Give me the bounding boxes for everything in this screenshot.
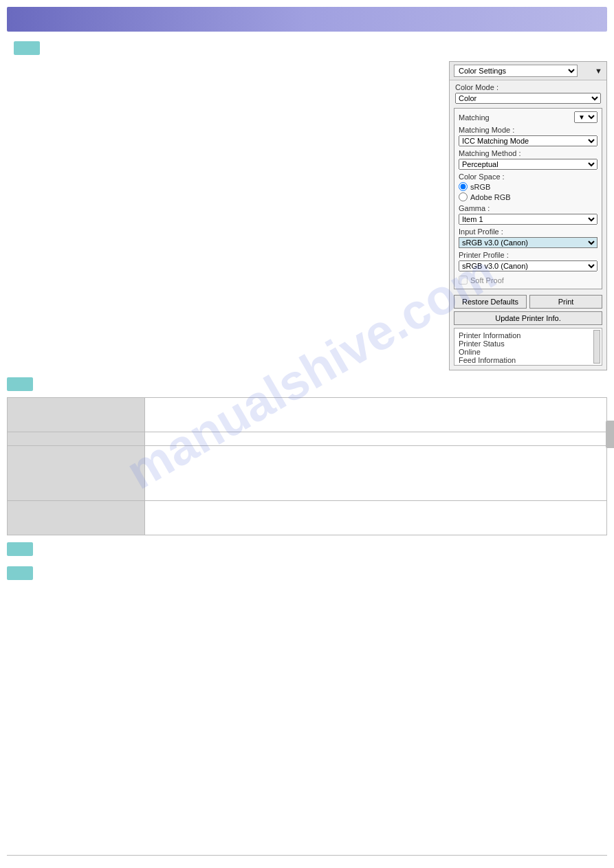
section-marker-2	[7, 377, 33, 391]
matching-mode-label: Matching Mode :	[459, 126, 597, 134]
printer-info-line-2: Printer Status	[459, 340, 597, 348]
table-row	[8, 501, 607, 535]
table-cell-content	[145, 398, 607, 432]
printer-info-line-3: Online	[459, 348, 597, 356]
panel-header-arrow: ▼	[595, 67, 602, 75]
right-edge-tab	[606, 421, 614, 448]
header-bar	[7, 7, 607, 32]
update-printer-button[interactable]: Update Printer Info.	[454, 311, 602, 325]
printer-info-line-1: Printer Information	[459, 331, 597, 340]
matching-mode-select[interactable]: ICC Matching Mode	[459, 135, 597, 146]
table-cell-content	[145, 446, 607, 501]
color-settings-select[interactable]: Color Settings	[454, 65, 578, 77]
matching-method-label: Matching Method :	[459, 149, 597, 157]
print-button[interactable]: Print	[529, 295, 602, 309]
main-content: Color Settings ▼ Color Mode : Color Matc…	[7, 61, 607, 370]
printer-info-box: Printer Information Printer Status Onlin…	[454, 328, 602, 366]
section-marker-4	[7, 566, 33, 580]
input-profile-select[interactable]: sRGB v3.0 (Canon)	[459, 237, 597, 248]
section-marker-1	[14, 41, 40, 55]
panel-header: Color Settings ▼	[450, 62, 606, 80]
printer-profile-label: Printer Profile :	[459, 251, 597, 259]
adobe-rgb-radio[interactable]	[459, 192, 468, 201]
input-profile-label: Input Profile :	[459, 227, 597, 236]
soft-proof-label: Soft Proof	[470, 276, 504, 285]
printer-info-line-4: Feed Information	[459, 356, 597, 364]
bottom-divider	[7, 855, 607, 856]
gamma-label: Gamma :	[459, 204, 597, 212]
srgb-radio[interactable]	[459, 182, 468, 191]
matching-method-select[interactable]: Perceptual	[459, 159, 597, 170]
gamma-select[interactable]: Item 1	[459, 214, 597, 225]
soft-proof-checkbox[interactable]	[459, 276, 468, 285]
matching-dropdown[interactable]: ▼	[574, 111, 597, 123]
adobe-rgb-radio-row: Adobe RGB	[459, 192, 597, 201]
color-mode-select[interactable]: Color	[455, 93, 601, 104]
section-marker-3	[7, 542, 33, 556]
table-cell-content	[145, 501, 607, 535]
color-mode-label: Color Mode :	[455, 83, 601, 91]
table-cell-header	[8, 432, 145, 446]
panel-buttons: Restore Defaults Print	[450, 292, 606, 311]
table-cell-header	[8, 398, 145, 432]
matching-label: Matching	[459, 113, 490, 122]
table-cell-header	[8, 446, 145, 501]
info-table	[7, 397, 607, 535]
color-settings-panel: Color Settings ▼ Color Mode : Color Matc…	[449, 61, 607, 370]
restore-defaults-button[interactable]: Restore Defaults	[454, 295, 527, 309]
table-row	[8, 446, 607, 501]
color-space-label: Color Space :	[459, 173, 597, 181]
printer-profile-select[interactable]: sRGB v3.0 (Canon)	[459, 260, 597, 271]
bottom-markers	[7, 542, 607, 586]
adobe-rgb-label: Adobe RGB	[470, 193, 511, 201]
srgb-label: sRGB	[470, 183, 490, 191]
left-text-area	[7, 61, 442, 370]
table-row	[8, 432, 607, 446]
soft-proof-row: Soft Proof	[459, 274, 597, 286]
table-cell-header	[8, 501, 145, 535]
matching-section: Matching ▼ Matching Mode : ICC Matching …	[454, 108, 602, 289]
second-section	[7, 377, 607, 535]
color-mode-row: Color Mode : Color	[450, 80, 606, 105]
table-cell-content	[145, 432, 607, 446]
table-row	[8, 398, 607, 432]
srgb-radio-row: sRGB	[459, 182, 597, 191]
